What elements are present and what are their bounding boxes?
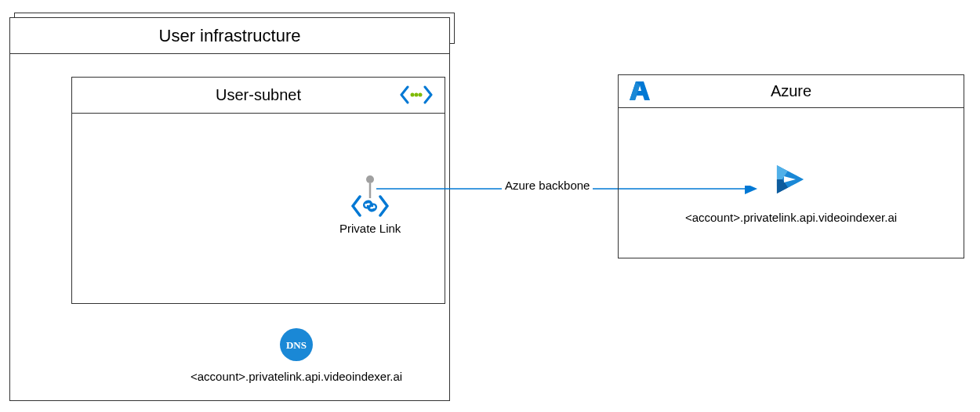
video-indexer-label: <account>.privatelink.api.videoindexer.a… <box>685 211 897 224</box>
azure-title: Azure <box>771 82 811 100</box>
user-subnet-title: User-subnet <box>216 86 301 104</box>
video-indexer-icon <box>769 190 813 204</box>
video-indexer-group: <account>.privatelink.api.videoindexer.a… <box>685 157 897 224</box>
dns-group: DNS <account>.privatelink.api.videoindex… <box>191 327 402 383</box>
user-subnet-header: User-subnet <box>72 78 445 114</box>
diagram-container: User infrastructure User-subnet <box>0 0 980 412</box>
user-infrastructure-title: User infrastructure <box>159 26 301 46</box>
svg-point-0 <box>411 93 415 97</box>
dns-icon-text: DNS <box>286 339 307 351</box>
private-link-label: Private Link <box>339 222 401 235</box>
azure-box: Azure <account>.privatelink.api.videoind… <box>618 74 964 258</box>
azure-logo-icon <box>628 80 652 107</box>
svg-point-1 <box>415 93 419 97</box>
dns-icon: DNS <box>279 351 314 364</box>
dns-label: <account>.privatelink.api.videoindexer.a… <box>191 370 402 383</box>
svg-point-2 <box>419 93 423 97</box>
user-infrastructure-header: User infrastructure <box>10 18 449 54</box>
vnet-icon <box>400 84 433 110</box>
svg-point-3 <box>366 175 374 183</box>
connection-label: Azure backbone <box>502 179 593 192</box>
azure-header: Azure <box>619 75 964 108</box>
